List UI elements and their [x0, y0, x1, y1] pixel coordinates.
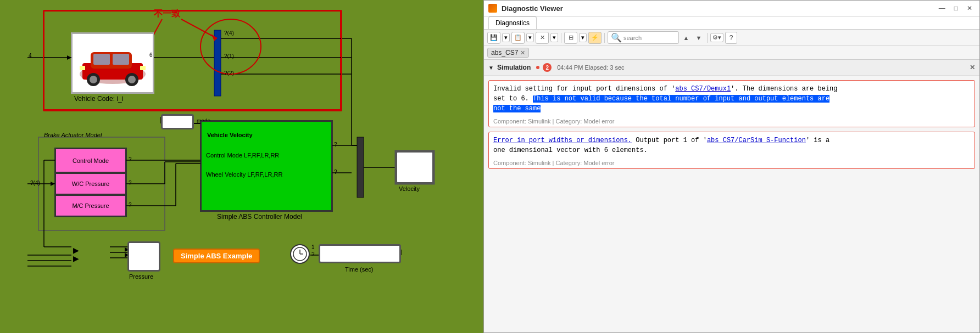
simple-abs-example-btn[interactable]: Simple ABS Example — [173, 249, 260, 263]
time-label: Time (sec) — [345, 266, 374, 273]
error-count-badge: 2 — [543, 63, 552, 72]
filter-dropdown[interactable]: ▾ — [579, 33, 587, 42]
delete-dropdown[interactable]: ▾ — [550, 33, 558, 42]
simulation-header[interactable]: ▼ Simulation 2 04:44 PM Elapsed: 3 sec ✕ — [484, 60, 979, 76]
abs-cs7-tag: abs_CS7 ✕ — [487, 48, 529, 58]
dv-tagrow: abs_CS7 ✕ — [484, 46, 979, 60]
port-q-r1: ? — [334, 142, 337, 148]
copy-dropdown[interactable]: ▾ — [526, 33, 534, 42]
copy-button[interactable]: 📋 — [511, 32, 525, 44]
wc-pressure-text: W/C Pressure — [72, 180, 109, 187]
port-label-6: 6 — [149, 52, 153, 58]
control-mode-lf-text: Control Mode LF,RF,LR,RR — [206, 152, 279, 159]
velocity-display — [396, 151, 434, 184]
time-display — [319, 244, 401, 263]
svg-point-36 — [201, 19, 261, 74]
pressure-label: Pressure — [129, 273, 153, 280]
diagnostics-tab[interactable]: Diagnostics — [488, 16, 537, 29]
svg-point-66 — [128, 76, 136, 83]
dv-title: Diagnostic Viewer — [502, 4, 932, 13]
svg-rect-68 — [140, 66, 146, 70]
save-dropdown[interactable]: ▾ — [502, 33, 510, 42]
minimize-button[interactable]: — — [936, 4, 948, 13]
svg-marker-57 — [211, 34, 217, 41]
svg-rect-61 — [93, 54, 110, 65]
svg-marker-12 — [67, 55, 71, 60]
dv-content: ▼ Simulation 2 04:44 PM Elapsed: 3 sec ✕… — [484, 60, 979, 332]
error-dot — [536, 66, 539, 69]
port-q-r2: ? — [334, 169, 337, 175]
brake-actuator-label: Brake Actuator Model — [44, 132, 102, 138]
save-button[interactable]: 💾 — [487, 32, 500, 44]
error-item-1: Invalid setting for input port dimension… — [488, 80, 975, 127]
search-box[interactable]: 🔍 — [608, 31, 679, 44]
port-q-cm: ? — [129, 156, 132, 162]
nav-down-button[interactable]: ▼ — [693, 32, 704, 43]
port-label-4: 4 — [29, 53, 32, 59]
simulation-label: Simulation — [497, 64, 531, 71]
vehicle-block — [71, 33, 154, 93]
dv-toolbar: 💾 ▾ 📋 ▾ ✕ ▾ ⊟ ▾ ⚡ 🔍 ▲ ▼ ⚙▾ ? — [484, 30, 979, 46]
vehicle-velocity-text: Vehicle Velocity — [207, 132, 253, 138]
error-1-content: Invalid setting for input port dimension… — [489, 81, 975, 117]
error-1-meta: Component: Simulink | Category: Model er… — [489, 117, 975, 127]
diagnostic-viewer: Diagnostic Viewer — □ ✕ Diagnostics 💾 ▾ … — [483, 0, 980, 333]
help-button[interactable]: ? — [725, 32, 737, 44]
highlight-button[interactable]: ⚡ — [588, 32, 602, 44]
dv-app-icon — [488, 4, 497, 13]
control-mode-block: Control Mode — [55, 148, 126, 173]
port-label-q1: ?(1) — [224, 53, 234, 59]
abs-controller-label: Simple ABS Controller Model — [217, 213, 302, 221]
mode-display — [161, 114, 194, 129]
svg-rect-67 — [80, 66, 85, 70]
mc-pressure-block: M/C Pressure — [55, 195, 126, 217]
svg-line-56 — [181, 19, 217, 38]
filter-button[interactable]: ⊟ — [564, 32, 577, 44]
search-input[interactable] — [623, 35, 676, 41]
svg-rect-2 — [214, 30, 221, 96]
wc-pressure-block: W/C Pressure — [55, 173, 126, 195]
settings-button[interactable]: ⚙▾ — [710, 33, 723, 42]
toolbar-sep-2 — [604, 33, 605, 43]
toolbar-sep-1 — [561, 33, 561, 43]
dv-titlebar: Diagnostic Viewer — □ ✕ — [484, 1, 979, 16]
clock-output-label: 1 — [311, 244, 315, 250]
section-close-button[interactable]: ✕ — [970, 64, 975, 71]
svg-marker-35 — [51, 182, 55, 186]
arrow-in-2: ▶ — [73, 254, 79, 263]
error-2-meta: Component: Simulink | Category: Model er… — [489, 159, 975, 168]
error-item-2: Error in port widths or dimensions. Outp… — [488, 132, 975, 169]
vehicle-code-label: Vehicle Code: i_i — [74, 95, 123, 103]
pressure-display — [127, 241, 160, 272]
maximize-button[interactable]: □ — [951, 4, 961, 13]
delete-button[interactable]: ✕ — [536, 32, 549, 44]
wheel-velocity-text: Wheel Velocity LF,RF,LR,RR — [206, 171, 282, 178]
simulation-section: ▼ Simulation 2 04:44 PM Elapsed: 3 sec ✕… — [484, 60, 979, 169]
port-label-q4-top: ?(4) — [224, 30, 234, 36]
svg-point-64 — [90, 76, 97, 83]
error-1-link[interactable]: abs_CS7/Demux1 — [675, 85, 731, 93]
velocity-label: Velocity — [399, 185, 420, 192]
abs-controller-block: Vehicle Velocity Control Mode LF,RF,LR,R… — [201, 121, 332, 211]
toolbar-sep-3 — [707, 33, 708, 43]
error-2-link2[interactable]: abs_CS7/CarSim S-Function — [707, 137, 806, 144]
port-q4-left: ?(4) — [30, 180, 40, 186]
control-mode-text: Control Mode — [73, 157, 109, 164]
tag-label: abs_CS7 — [491, 49, 518, 57]
dv-tabs: Diagnostics — [484, 16, 979, 30]
chinese-annotation: 不一致 — [154, 8, 180, 20]
dv-window-controls: — □ ✕ — [936, 4, 975, 13]
svg-rect-28 — [357, 137, 364, 197]
close-button[interactable]: ✕ — [964, 4, 975, 13]
clock-port-label: ? — [311, 251, 315, 257]
simulation-timestamp: 04:44 PM Elapsed: 3 sec — [557, 64, 624, 71]
tag-close-button[interactable]: ✕ — [520, 49, 525, 57]
arrow-in-1: ▶ — [73, 246, 79, 255]
nav-up-button[interactable]: ▲ — [681, 32, 692, 43]
port-q-wc: ? — [129, 180, 132, 186]
error-2-link1[interactable]: Error in port widths or dimensions. — [493, 137, 632, 144]
port-label-q2: ?(2) — [224, 70, 234, 76]
mc-pressure-text: M/C Pressure — [72, 202, 109, 209]
search-icon: 🔍 — [611, 32, 622, 43]
clock-block — [290, 244, 310, 264]
